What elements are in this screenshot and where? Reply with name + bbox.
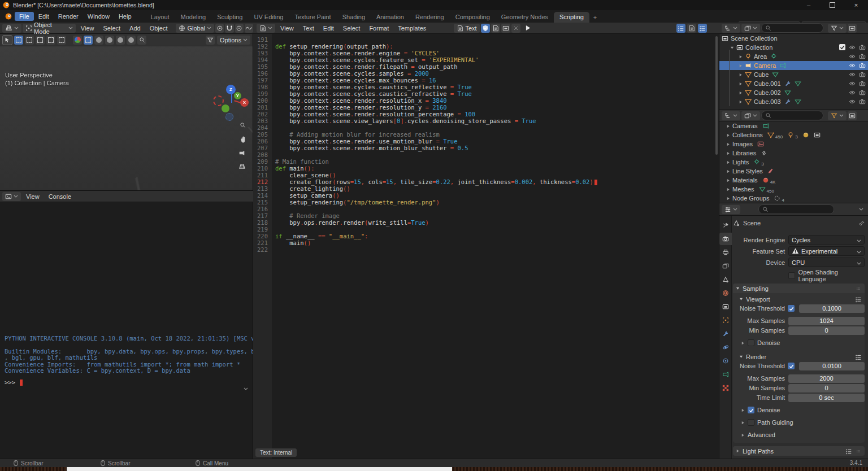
- text-editor-scrollbar[interactable]: [715, 36, 718, 155]
- tab-rendering[interactable]: Rendering: [410, 12, 450, 23]
- outliner-item-area[interactable]: Area: [719, 52, 868, 61]
- code-line[interactable]: 211 clear_scene(): [253, 172, 597, 178]
- properties-options-button[interactable]: [857, 205, 866, 214]
- code-line[interactable]: 196 bpy.context.scene.cycles.samples = 2…: [253, 70, 597, 77]
- text-menu-templates[interactable]: Templates: [394, 24, 430, 33]
- tab-sculpting[interactable]: Sculpting: [211, 12, 248, 23]
- advanced-toggle[interactable]: Advanced: [733, 430, 865, 439]
- expand-icon[interactable]: [726, 124, 730, 128]
- code-text[interactable]: [272, 124, 275, 131]
- code-line[interactable]: 202 bpy.context.scene.render.resolution_…: [253, 111, 597, 117]
- render-noise-threshold-checkbox[interactable]: [788, 363, 795, 369]
- blendfile-lights[interactable]: Lights3: [719, 158, 868, 167]
- light-paths-header[interactable]: Light Paths: [733, 446, 865, 456]
- path-guiding-toggle-checkbox[interactable]: [748, 419, 754, 426]
- viewport-max-samples-field[interactable]: 1024: [788, 317, 865, 325]
- blender-menu-icon[interactable]: [5, 13, 12, 20]
- select-mode-0[interactable]: [14, 36, 23, 45]
- render-toggle-icon[interactable]: [859, 53, 866, 60]
- include-checkbox[interactable]: [839, 44, 845, 50]
- menu-window[interactable]: Window: [83, 12, 114, 21]
- active-tool-button[interactable]: [2, 35, 12, 45]
- viewport-3d[interactable]: Options User Perspective (1) Collection …: [0, 34, 253, 191]
- new-collection-button[interactable]: [848, 111, 857, 120]
- expand-icon[interactable]: [739, 64, 743, 68]
- sampling-panel-header[interactable]: Sampling: [733, 284, 865, 293]
- code-text[interactable]: # Render image: [272, 212, 340, 219]
- grip-icon[interactable]: [855, 286, 862, 291]
- expand-icon[interactable]: [726, 178, 730, 182]
- select-mode-1[interactable]: [25, 36, 34, 45]
- shading-option-3[interactable]: [127, 36, 136, 45]
- select-mode-3[interactable]: [46, 36, 55, 45]
- render-max-samples-field[interactable]: 2000: [788, 374, 865, 383]
- outliner-filter-button[interactable]: [828, 24, 847, 33]
- render-toggle-icon[interactable]: [859, 71, 866, 78]
- viewport-subpanel-header[interactable]: Viewport: [736, 294, 865, 304]
- code-text[interactable]: # Adding motion blur for increased reali…: [272, 131, 440, 138]
- viewport-canvas[interactable]: [0, 46, 253, 191]
- outliner-display-mode[interactable]: [722, 24, 740, 33]
- outliner-item-scene-collection[interactable]: Scene Collection: [719, 34, 868, 43]
- collapse-icon[interactable]: [739, 297, 743, 301]
- outliner-filter-type[interactable]: [741, 24, 760, 33]
- render-toggle-icon[interactable]: [859, 62, 866, 69]
- code-line[interactable]: 217 # Render image: [253, 212, 597, 219]
- restore-button[interactable]: [821, 0, 844, 10]
- text-menu-select[interactable]: Select: [339, 24, 364, 33]
- code-text[interactable]: # Main function: [272, 158, 329, 165]
- render-toggle-icon[interactable]: [859, 80, 866, 87]
- code-line[interactable]: 206 bpy.context.scene.render.use_motion_…: [253, 138, 597, 145]
- code-text[interactable]: bpy.context.scene.render.use_motion_blur…: [272, 138, 458, 145]
- outliner-display-mode[interactable]: [722, 111, 740, 120]
- code-text[interactable]: bpy.context.scene.cycles.feature_set = '…: [272, 56, 479, 63]
- code-text[interactable]: bpy.context.scene.render.motion_blur_shu…: [272, 145, 468, 151]
- collapse-icon[interactable]: [730, 46, 734, 50]
- render-denoise-toggle[interactable]: Denoise: [733, 405, 865, 415]
- collapse-icon[interactable]: [739, 355, 743, 359]
- code-line[interactable]: 221 main(): [253, 239, 597, 246]
- open-text-button[interactable]: [501, 24, 510, 33]
- shading-option-1[interactable]: [105, 36, 114, 45]
- syntax-highlight-toggle[interactable]: [698, 24, 707, 33]
- outliner-item-cube-001[interactable]: Cube.001: [719, 79, 868, 88]
- outliner-filter-button[interactable]: [828, 111, 847, 120]
- code-line[interactable]: 218 bpy.ops.render.render(write_still=Tr…: [253, 219, 597, 226]
- blendfile-node-groups[interactable]: Node Groups4: [719, 194, 868, 203]
- viewport-denoise-toggle-checkbox[interactable]: [748, 339, 754, 346]
- object-mode-dropdown[interactable]: Object Mode: [23, 24, 76, 33]
- pin-icon[interactable]: [858, 220, 865, 226]
- gizmo-x-axis[interactable]: X: [240, 98, 249, 107]
- gizmo-persp[interactable]: [225, 113, 233, 121]
- expand-icon[interactable]: [739, 100, 743, 104]
- code-line[interactable]: 220if __name__ == "__main__":: [253, 233, 597, 239]
- hide-toggle-icon[interactable]: [849, 53, 856, 60]
- osl-checkbox[interactable]: [788, 272, 795, 279]
- code-line[interactable]: 193 bpy.context.scene.render.engine = 'C…: [253, 50, 597, 56]
- console-menu-console[interactable]: Console: [45, 192, 75, 201]
- expand-icon[interactable]: [739, 82, 743, 86]
- code-text[interactable]: bpy.context.scene.cycles.samples = 2000: [272, 70, 429, 77]
- text-editor[interactable]: 191192def setup_rendering(output_path):1…: [253, 34, 719, 459]
- scroll-down-icon[interactable]: [244, 387, 248, 390]
- text-menu-view[interactable]: View: [276, 24, 298, 33]
- line-numbers-toggle[interactable]: [676, 24, 685, 33]
- menu-file[interactable]: File: [15, 12, 34, 21]
- render-noise-threshold-field[interactable]: 0.0100: [799, 362, 865, 370]
- code-line[interactable]: 201 bpy.context.scene.render.resolution_…: [253, 104, 597, 111]
- text-menu-format[interactable]: Format: [365, 24, 393, 33]
- console-editor-type-button[interactable]: [2, 192, 21, 201]
- code-line[interactable]: 209# Main function: [253, 158, 597, 165]
- code-text[interactable]: bpy.context.scene.render.resolution_y = …: [272, 104, 447, 111]
- outliner[interactable]: Scene CollectionCollectionAreaCameraCube…: [719, 34, 868, 110]
- code-text[interactable]: bpy.context.scene.render.filepath = outp…: [272, 63, 457, 70]
- hide-toggle-icon[interactable]: [849, 44, 856, 51]
- code-text[interactable]: [272, 36, 275, 43]
- code-text[interactable]: [272, 226, 275, 233]
- unlink-text-button[interactable]: [511, 24, 520, 33]
- code-text[interactable]: setup_camera(): [272, 192, 340, 199]
- blendfile-libraries[interactable]: Libraries: [719, 149, 868, 158]
- code-line[interactable]: 192def setup_rendering(output_path):: [253, 43, 597, 50]
- expand-icon[interactable]: [726, 187, 730, 191]
- hide-toggle-icon[interactable]: [849, 80, 856, 87]
